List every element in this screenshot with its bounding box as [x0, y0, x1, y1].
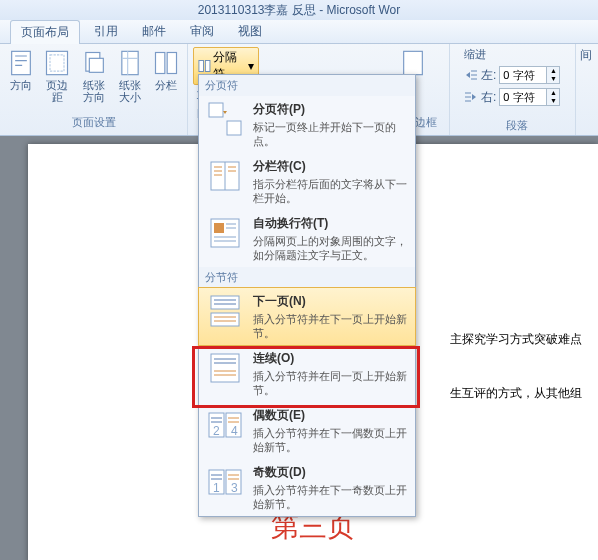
group-label-paragraph: 段落: [458, 116, 575, 135]
continuous-item[interactable]: 连续(O) 插入分节符并在同一页上开始新节。: [199, 345, 415, 402]
group-page-setup: 方向 页边距 纸张方向 纸张大小 分栏 页面设置: [0, 44, 188, 135]
svg-text:1: 1: [213, 481, 220, 495]
next-page-title: 下一页(N): [253, 293, 409, 310]
breaks-icon: [198, 59, 211, 73]
svg-text:2: 2: [213, 424, 220, 438]
text-wrap-icon: [205, 215, 245, 251]
even-page-desc: 插入分节符并在下一偶数页上开始新节。: [253, 426, 409, 454]
svg-rect-5: [122, 51, 138, 74]
svg-rect-6: [155, 53, 164, 74]
page-break-item[interactable]: 分页符(P) 标记一页终止并开始下一页的点。: [199, 96, 415, 153]
group-label-page-setup: 页面设置: [5, 113, 182, 132]
spin-down[interactable]: ▼: [547, 75, 559, 83]
svg-rect-0: [12, 51, 31, 74]
indent-left-spinner[interactable]: ▲▼: [499, 66, 560, 84]
breaks-dropdown: 分页符 分页符(P) 标记一页终止并开始下一页的点。 分栏符(C) 指示分栏符后…: [198, 74, 416, 517]
tab-references[interactable]: 引用: [84, 20, 128, 43]
dropdown-section-page-breaks: 分页符: [199, 75, 415, 96]
continuous-icon: [205, 350, 245, 386]
text-wrap-item[interactable]: 自动换行符(T) 分隔网页上的对象周围的文字，如分隔题注文字与正文。: [199, 210, 415, 267]
indent-left-input[interactable]: [500, 69, 546, 81]
svg-rect-4: [89, 58, 103, 72]
odd-page-item[interactable]: 13 奇数页(D) 插入分节符并在下一奇数页上开始新节。: [199, 459, 415, 516]
page-break-icon: [205, 101, 245, 137]
svg-rect-18: [214, 223, 224, 233]
text-wrap-desc: 分隔网页上的对象周围的文字，如分隔题注文字与正文。: [253, 234, 409, 262]
column-break-title: 分栏符(C): [253, 158, 409, 175]
odd-page-icon: 13: [205, 464, 245, 500]
column-break-desc: 指示分栏符后面的文字将从下一栏开始。: [253, 177, 409, 205]
spacing-header: 间: [580, 47, 592, 64]
svg-rect-12: [404, 51, 423, 74]
svg-rect-14: [227, 121, 241, 135]
indent-header: 缩进: [464, 47, 569, 62]
group-indent: 缩进 左: ▲▼ 右: ▲▼ 段落: [458, 44, 576, 135]
size-button[interactable]: 纸张大小: [114, 47, 146, 105]
continuous-title: 连续(O): [253, 350, 409, 367]
indent-left-icon: [464, 68, 478, 82]
margins-button[interactable]: 页边距: [41, 47, 73, 105]
window-title: 2013110313李嘉 反思 - Microsoft Wor: [0, 0, 598, 20]
svg-rect-8: [199, 60, 204, 71]
next-page-item[interactable]: 下一页(N) 插入分节符并在下一页上开始新节。: [198, 287, 416, 346]
svg-text:3: 3: [231, 481, 238, 495]
indent-right-icon: [464, 90, 478, 104]
spin-up[interactable]: ▲: [547, 89, 559, 97]
columns-icon: [152, 49, 180, 77]
even-page-title: 偶数页(E): [253, 407, 409, 424]
dropdown-arrow-icon: ▾: [248, 59, 254, 73]
svg-rect-21: [211, 354, 239, 382]
svg-rect-9: [205, 60, 210, 71]
continuous-desc: 插入分节符并在同一页上开始新节。: [253, 369, 409, 397]
margins-icon: [43, 49, 71, 77]
svg-rect-13: [209, 103, 223, 117]
tab-page-layout[interactable]: 页面布局: [10, 20, 80, 44]
spin-up[interactable]: ▲: [547, 67, 559, 75]
size-icon: [116, 49, 144, 77]
tab-review[interactable]: 审阅: [180, 20, 224, 43]
column-break-icon: [205, 158, 245, 194]
odd-page-desc: 插入分节符并在下一奇数页上开始新节。: [253, 483, 409, 511]
indent-right-spinner[interactable]: ▲▼: [499, 88, 560, 106]
direction-button[interactable]: 方向: [5, 47, 37, 93]
next-page-desc: 插入分节符并在下一页上开始新节。: [253, 312, 409, 340]
spin-down[interactable]: ▼: [547, 97, 559, 105]
svg-rect-19: [211, 296, 239, 309]
ribbon-tabs: 页面布局 引用 邮件 审阅 视图: [0, 20, 598, 44]
odd-page-title: 奇数页(D): [253, 464, 409, 481]
direction-icon: [7, 49, 35, 77]
dropdown-section-section-breaks: 分节符: [199, 267, 415, 288]
page-break-title: 分页符(P): [253, 101, 409, 118]
page-break-desc: 标记一页终止并开始下一页的点。: [253, 120, 409, 148]
indent-right-input[interactable]: [500, 91, 546, 103]
even-page-item[interactable]: 24 偶数页(E) 插入分节符并在下一偶数页上开始新节。: [199, 402, 415, 459]
column-break-item[interactable]: 分栏符(C) 指示分栏符后面的文字将从下一栏开始。: [199, 153, 415, 210]
indent-right-label: 右:: [481, 89, 496, 106]
body-text: 主探究学习方式突破难点 生互评的方式，从其他组: [450, 326, 598, 406]
svg-text:4: 4: [231, 424, 238, 438]
watermark-icon: [399, 49, 427, 77]
svg-rect-7: [167, 53, 176, 74]
columns-button[interactable]: 分栏: [150, 47, 182, 93]
even-page-icon: 24: [205, 407, 245, 443]
orientation-icon: [80, 49, 108, 77]
tab-mailings[interactable]: 邮件: [132, 20, 176, 43]
indent-left-label: 左:: [481, 67, 496, 84]
svg-rect-20: [211, 313, 239, 326]
orientation-button[interactable]: 纸张方向: [77, 47, 109, 105]
next-page-icon: [205, 293, 245, 329]
tab-view[interactable]: 视图: [228, 20, 272, 43]
text-wrap-title: 自动换行符(T): [253, 215, 409, 232]
